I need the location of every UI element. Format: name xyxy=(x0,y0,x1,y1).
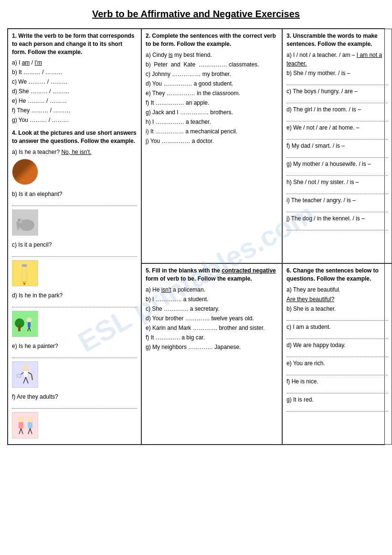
ex3-item-g: g) My mother / a housewife. / is – xyxy=(286,160,388,168)
ex5-item-c: c) She …………. a secretary. xyxy=(146,305,278,313)
svg-rect-17 xyxy=(23,370,28,377)
ex1-item-b: b) It ……… / ……… xyxy=(12,68,137,76)
svg-rect-7 xyxy=(22,264,27,267)
svg-rect-13 xyxy=(28,322,31,327)
ex4-item-a: a) Is he a teacher? No, he isn't. xyxy=(12,148,137,188)
exercise2-cell: 2. Complete the sentences with the corre… xyxy=(141,29,282,263)
svg-point-12 xyxy=(27,317,32,322)
ex4-answer-b[interactable] xyxy=(12,199,137,206)
svg-line-31 xyxy=(30,428,32,434)
img-park xyxy=(12,311,38,337)
svg-point-24 xyxy=(18,416,24,422)
ex3-item-j: j) The dog / in the kennel. / is – xyxy=(286,214,388,223)
ex4-answer-d[interactable] xyxy=(12,301,137,307)
ex2-item-h: h) I …………… a teacher. xyxy=(146,118,278,126)
ex5-item-b: b) I ………….. a student. xyxy=(146,295,278,304)
ex5-item-e: e) Karin and Mark …………. brother and sist… xyxy=(146,324,278,332)
svg-point-3 xyxy=(17,222,20,230)
ex3-answer-b[interactable] xyxy=(286,78,388,85)
ex4-answer-f[interactable] xyxy=(12,402,137,409)
ex3-item-d: d) The girl / in the room. / is – xyxy=(286,105,388,114)
ex6-item-c: c) I am a student. xyxy=(286,323,388,331)
ex4-answer-c[interactable] xyxy=(12,250,137,257)
ex6-answer-d[interactable] xyxy=(286,350,388,357)
ex6-item-e: e) You are rich. xyxy=(286,359,388,368)
ex2-item-j: j) You …………… a doctor. xyxy=(146,137,278,145)
ex4-item-d: d) Is he in the park? xyxy=(12,291,137,340)
ex4-item-f: f) Are they adults? xyxy=(12,392,137,441)
ex2-item-c: c) Johnny …………… my brother. xyxy=(146,70,278,78)
ex4-item-c: c) Is it a pencil? xyxy=(12,240,137,289)
svg-line-30 xyxy=(28,428,30,434)
ex2-item-d: d) You …………… a good student. xyxy=(146,79,278,88)
exercise6-header: 6. Change the sentences below to questio… xyxy=(286,267,388,283)
exercise1-cell: 1. Write the verb to be form that corres… xyxy=(8,29,141,445)
ex2-item-a: a) Cindy is my best friend. xyxy=(146,51,278,59)
ex1-item-e: e) He ……… / ……… xyxy=(12,97,137,105)
ex4-item-b: b) Is it an elephant? xyxy=(12,190,137,239)
ex3-item-a: a) I / not / a teacher. / am – I am not … xyxy=(286,51,388,68)
ex6-answer-c[interactable] xyxy=(286,332,388,339)
ex2-item-g: g) Jack and I …………… brothers. xyxy=(146,108,278,117)
svg-line-19 xyxy=(26,377,28,383)
ex6-item-a: a) They are beautiful. xyxy=(286,285,388,294)
ex1-item-d: d) She ……… / ……… xyxy=(12,87,137,96)
ex1-item-g: g) You ……… / ……… xyxy=(12,116,137,124)
exercise3-cell: 3. Unscramble the words to make sentence… xyxy=(282,29,392,263)
svg-line-23 xyxy=(32,374,32,380)
ex3-item-e: e) We / not / are / at home. – xyxy=(286,123,388,132)
svg-marker-8 xyxy=(23,283,26,285)
ex5-item-g: g) My neighbors …………. Japanese. xyxy=(146,343,278,351)
exercise6-cell: 6. Change the sentences below to questio… xyxy=(282,263,392,445)
ex6-answer-b[interactable] xyxy=(286,314,388,321)
exercise5-cell: 5. Fill in the blanks with the contracte… xyxy=(141,263,282,445)
svg-rect-11 xyxy=(18,326,21,331)
ex3-answer-d[interactable] xyxy=(286,115,388,121)
ex3-answer-i[interactable] xyxy=(286,206,388,212)
ex1-item-c: c) We ……… / ……… xyxy=(12,77,137,86)
ex3-answer-e[interactable] xyxy=(286,133,388,140)
ex6-answer-a: Are they beautiful? xyxy=(286,295,388,304)
ex2-item-i: i) It …………… a mechanical pencil. xyxy=(146,127,278,136)
ex4-answer-e[interactable] xyxy=(12,351,137,358)
img-elephant xyxy=(12,209,38,236)
ex3-item-i: i) The teacher / angry. / is – xyxy=(286,196,388,205)
ex3-answer-f[interactable] xyxy=(286,151,388,158)
svg-rect-9 xyxy=(12,330,38,337)
ex3-answer-g[interactable] xyxy=(286,169,388,176)
exercise1-header: 1. Write the verb to be form that corres… xyxy=(12,32,137,56)
ex3-answer-c[interactable] xyxy=(286,97,388,103)
ex6-item-g: g) It is red. xyxy=(286,395,388,404)
img-adults xyxy=(12,412,38,438)
svg-rect-29 xyxy=(28,422,32,428)
ex6-answer-g[interactable] xyxy=(286,405,388,412)
ex6-answer-e[interactable] xyxy=(286,369,388,375)
ex3-item-f: f) My dad / smart. / is – xyxy=(286,141,388,150)
ex3-item-c: c) The boys / hungry. / are – xyxy=(286,87,388,96)
svg-line-18 xyxy=(23,377,26,383)
ex3-answer-j[interactable] xyxy=(286,224,388,230)
ex5-item-a: a) He isn't a policeman. xyxy=(146,285,278,294)
ex2-item-e: e) They …………… in the classroom. xyxy=(146,89,278,98)
ex3-answer-h[interactable] xyxy=(286,187,388,194)
svg-line-27 xyxy=(21,428,23,434)
img-football xyxy=(12,159,38,185)
img-pencil xyxy=(12,260,38,286)
ex3-item-h: h) She / not / my sister. / is – xyxy=(286,178,388,186)
ex6-answer-f[interactable] xyxy=(286,387,388,393)
ex3-item-b: b) She / my mother. / is – xyxy=(286,69,388,77)
ex4-item-e: e) Is he a painter? xyxy=(12,342,137,391)
svg-rect-21 xyxy=(17,374,21,377)
ex2-item-f: f) It …………… an apple. xyxy=(146,98,278,107)
svg-point-16 xyxy=(23,365,29,370)
ex6-item-b: b) She is a teacher. xyxy=(286,305,388,313)
ex6-item-f: f) He is nice. xyxy=(286,377,388,386)
svg-rect-5 xyxy=(22,264,27,281)
ex5-item-d: d) Your brother …………. twelve years old. xyxy=(146,314,278,323)
img-painter xyxy=(12,361,38,388)
exercise4-header: 4. Look at the pictures and use short an… xyxy=(12,129,137,145)
main-grid: 1. Write the verb to be form that corres… xyxy=(7,28,385,445)
ex6-item-d: d) We are happy today. xyxy=(286,341,388,349)
exercise1-items: a) I am / I'm b) It ……… / ……… c) We ……… … xyxy=(12,58,137,124)
exercise2-header: 2. Complete the sentences with the corre… xyxy=(146,32,278,48)
